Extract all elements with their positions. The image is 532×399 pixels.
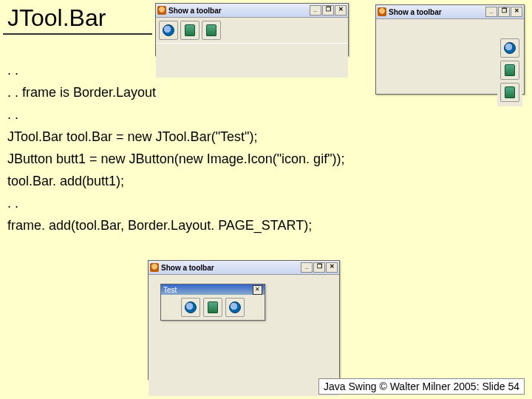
globe-icon [229, 301, 241, 313]
toolbar[interactable] [156, 18, 348, 44]
java-icon [378, 7, 386, 16]
window-body: Test ✕ [149, 275, 339, 396]
bin-icon [208, 301, 218, 313]
toolbar-button-globe[interactable] [159, 21, 178, 40]
globe-icon [185, 301, 197, 313]
code-line: . . [7, 192, 345, 214]
window-body [156, 44, 348, 78]
demo-window-floating-toolbar: Show a toolbar _ ❐ ✕ Test ✕ [148, 260, 340, 380]
toolbar-button-bin[interactable] [203, 298, 222, 317]
toolbar-button-bin[interactable] [202, 21, 221, 40]
code-block: . . . . frame is Border.Layout . . JTool… [0, 59, 345, 236]
minimize-button[interactable]: _ [301, 262, 313, 273]
minimize-button[interactable]: _ [485, 7, 497, 17]
window-body [376, 19, 524, 90]
bin-icon [206, 24, 216, 36]
toolbar-button-bin[interactable] [180, 21, 200, 40]
floating-toolbar-title: Test [163, 286, 177, 294]
close-button[interactable]: ✕ [511, 7, 522, 17]
maximize-button[interactable]: ❐ [498, 7, 510, 17]
close-button[interactable]: ✕ [326, 262, 338, 273]
window-controls: _ ❐ ✕ [485, 7, 522, 17]
close-icon[interactable]: ✕ [253, 285, 262, 295]
globe-icon [504, 42, 516, 54]
code-line: . . frame is Border.Layout [7, 81, 345, 103]
toolbar-button-globe[interactable] [225, 298, 245, 317]
code-line: tool.Bar. add(butt1); [7, 170, 345, 192]
java-icon [150, 263, 159, 272]
code-line: frame. add(tool.Bar, Border.Layout. PAGE… [7, 214, 345, 236]
java-icon [157, 6, 166, 15]
window-title: Show a toolbar [389, 8, 483, 16]
floating-toolbar-body [161, 295, 265, 320]
titlebar[interactable]: Show a toolbar _ ❐ ✕ [149, 261, 339, 275]
minimize-button[interactable]: _ [310, 5, 321, 16]
maximize-button[interactable]: ❐ [313, 262, 325, 273]
toolbar-button-globe[interactable] [181, 298, 200, 317]
demo-window-vertical-toolbar: Show a toolbar _ ❐ ✕ [375, 4, 525, 95]
floating-toolbar-window[interactable]: Test ✕ [160, 284, 265, 321]
titlebar[interactable]: Show a toolbar _ ❐ ✕ [376, 5, 524, 19]
bin-icon [505, 86, 515, 98]
slide-footer: Java Swing © Walter Milner 2005: Slide 5… [318, 378, 525, 395]
bin-icon [185, 24, 195, 36]
demo-window-horizontal-toolbar: Show a toolbar _ ❐ ✕ [155, 3, 349, 56]
code-line: JButton butt1 = new JButton(new Image.Ic… [7, 148, 345, 170]
bin-icon [505, 64, 515, 76]
window-title: Show a toolbar [168, 7, 307, 15]
toolbar-button-globe[interactable] [500, 38, 519, 58]
window-controls: _ ❐ ✕ [301, 262, 338, 273]
maximize-button[interactable]: ❐ [322, 5, 334, 16]
toolbar-vertical[interactable] [497, 34, 522, 106]
code-line: . . [7, 103, 345, 126]
toolbar-button-bin[interactable] [500, 83, 519, 102]
globe-icon [163, 24, 174, 36]
toolbar-button-bin[interactable] [500, 61, 519, 80]
code-line: JTool.Bar tool.Bar = new JTool.Bar("Test… [7, 126, 345, 148]
close-button[interactable]: ✕ [335, 5, 347, 16]
window-title: Show a toolbar [161, 264, 299, 272]
titlebar[interactable]: Show a toolbar _ ❐ ✕ [156, 4, 348, 18]
window-controls: _ ❐ ✕ [310, 5, 347, 16]
floating-toolbar-titlebar[interactable]: Test ✕ [161, 284, 265, 295]
slide-title: JTool.Bar [3, 0, 152, 35]
